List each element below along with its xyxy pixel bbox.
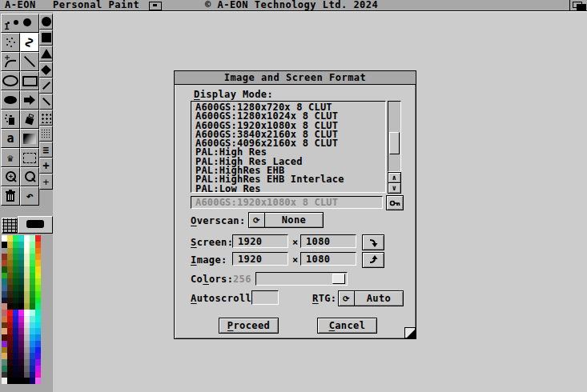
palette-color[interactable] (18, 248, 24, 254)
palette-color[interactable] (35, 266, 41, 273)
palette-color[interactable] (2, 273, 7, 279)
palette-color[interactable] (2, 235, 7, 242)
brush-shape-square[interactable] (39, 30, 53, 46)
palette-color[interactable] (2, 266, 7, 273)
brush-pattern-sparse[interactable] (39, 110, 53, 126)
palette-color[interactable] (13, 328, 18, 334)
app-menu-label[interactable]: A-EON (5, 0, 36, 10)
screen-width-field[interactable]: 1920 (232, 234, 288, 248)
palette-color[interactable] (30, 291, 35, 298)
screen-height-field[interactable]: 1080 (300, 234, 356, 248)
palette-color[interactable] (30, 322, 35, 329)
palette-color[interactable] (13, 298, 18, 304)
image-height-field[interactable]: 1080 (300, 252, 356, 266)
palette-color[interactable] (24, 334, 30, 341)
palette-color[interactable] (30, 285, 35, 291)
palette-color[interactable] (7, 266, 13, 273)
palette-color[interactable] (13, 341, 18, 347)
brush-shape-lines[interactable]: ≡ (39, 142, 53, 158)
palette-color[interactable] (2, 322, 7, 329)
brush-pattern-dense[interactable] (39, 126, 53, 142)
palette-color[interactable] (24, 260, 30, 266)
palette-color[interactable] (13, 266, 18, 273)
palette-color[interactable] (13, 242, 18, 248)
brush-shape-triangle[interactable] (39, 46, 53, 62)
palette-color[interactable] (24, 235, 30, 242)
tool-trash[interactable] (1, 186, 20, 206)
brush-shape-circle[interactable] (39, 14, 53, 30)
palette-color[interactable] (7, 291, 13, 298)
palette-color[interactable] (7, 328, 13, 334)
palette-color[interactable] (30, 316, 35, 322)
palette-color[interactable] (35, 254, 41, 260)
palette-color[interactable] (2, 378, 7, 384)
palette-color[interactable] (7, 316, 13, 322)
palette-color[interactable] (24, 278, 30, 285)
palette-color[interactable] (30, 341, 35, 347)
palette-color[interactable] (35, 347, 41, 354)
palette-color[interactable] (24, 310, 30, 316)
overscan-cycle[interactable]: ⟳ None (248, 212, 324, 228)
tool-filled-ellipse[interactable] (1, 90, 20, 110)
palette-color[interactable] (18, 322, 24, 329)
palette-color[interactable] (13, 303, 18, 310)
palette-color[interactable] (18, 278, 24, 285)
screen-titlebar[interactable]: A-EON Personal Paint © A-EON Technology … (0, 0, 587, 11)
palette-color[interactable] (18, 334, 24, 341)
palette-color[interactable] (18, 372, 24, 378)
palette-color[interactable] (30, 359, 35, 366)
palette-color[interactable] (2, 303, 7, 310)
palette-color[interactable] (2, 242, 7, 248)
tool-line[interactable] (20, 52, 39, 71)
palette-color[interactable] (35, 260, 41, 266)
tool-personal[interactable]: ♛ (1, 148, 20, 167)
palette-color[interactable] (2, 328, 7, 334)
palette-color[interactable] (7, 378, 13, 384)
palette-color[interactable] (13, 334, 18, 341)
palette-color[interactable] (30, 242, 35, 248)
palette-color[interactable] (7, 372, 13, 378)
palette-color[interactable] (18, 341, 24, 347)
palette-color[interactable] (30, 298, 35, 304)
palette-color[interactable] (7, 242, 13, 248)
palette-color[interactable] (24, 242, 30, 248)
palette-color[interactable] (35, 291, 41, 298)
palette-color[interactable] (24, 353, 30, 359)
palette-color[interactable] (7, 235, 13, 242)
palette-color[interactable] (30, 235, 35, 242)
palette-color[interactable] (7, 248, 13, 254)
brush-size-selector[interactable]: 1 (1, 14, 39, 33)
palette-color[interactable] (18, 291, 24, 298)
copy-screen-to-image-button[interactable] (362, 234, 384, 250)
palette-color[interactable] (30, 366, 35, 372)
palette-color[interactable] (35, 278, 41, 285)
palette-color[interactable] (7, 260, 13, 266)
tool-freehand-selected[interactable]: ∿ (20, 33, 39, 52)
selected-mode-field[interactable]: A600GS:1920x1080x 8 CLUT (191, 196, 383, 209)
brush-shape-plus-bold[interactable]: + (39, 158, 53, 174)
palette-color[interactable] (18, 347, 24, 354)
palette-color[interactable] (35, 303, 41, 310)
palette-color[interactable] (18, 328, 24, 334)
rtg-cycle[interactable]: ⟳ Auto (338, 290, 404, 306)
palette-color[interactable] (24, 248, 30, 254)
palette-color[interactable] (7, 322, 13, 329)
palette-color[interactable] (2, 291, 7, 298)
palette-color[interactable] (30, 248, 35, 254)
palette-color[interactable] (7, 254, 13, 260)
palette-color[interactable] (35, 378, 41, 384)
palette-color[interactable] (18, 378, 24, 384)
palette-color[interactable] (13, 273, 18, 279)
palette-color[interactable] (30, 353, 35, 359)
palette-color[interactable] (35, 353, 41, 359)
palette-color[interactable] (13, 285, 18, 291)
palette-color[interactable] (35, 366, 41, 372)
palette-color[interactable] (2, 366, 7, 372)
palette-color[interactable] (35, 242, 41, 248)
palette-color[interactable] (2, 372, 7, 378)
tool-polygon[interactable] (20, 90, 39, 110)
palette-color[interactable] (24, 303, 30, 310)
palette-color[interactable] (24, 378, 30, 384)
tool-spray[interactable] (1, 110, 20, 129)
colors-slider-knob[interactable] (332, 274, 345, 284)
